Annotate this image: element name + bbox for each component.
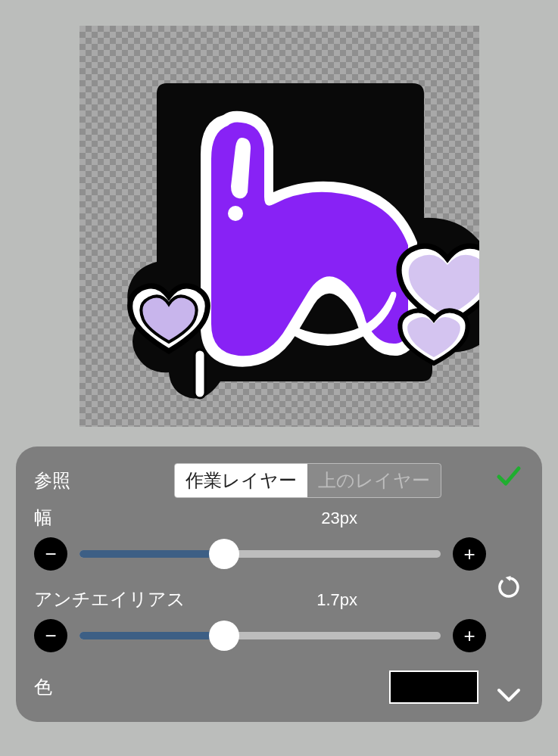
width-decrease-button[interactable]: − (34, 537, 67, 571)
artwork (79, 26, 479, 427)
confirm-icon[interactable] (496, 465, 522, 487)
reference-label: 参照 (34, 468, 174, 493)
color-swatch[interactable] (389, 670, 479, 704)
svg-rect-1 (195, 350, 205, 398)
svg-point-0 (228, 206, 243, 221)
width-value: 23px (321, 509, 357, 528)
chevron-down-icon[interactable] (496, 687, 522, 704)
antialias-label: アンチエイリアス (34, 587, 185, 611)
width-increase-button[interactable]: + (453, 537, 486, 571)
antialias-decrease-button[interactable]: − (34, 619, 67, 652)
outline-settings-panel: 参照 作業レイヤー 上のレイヤー 幅 23px − + アンチエイリアス 1.7… (16, 446, 542, 722)
canvas-preview[interactable] (79, 26, 479, 427)
width-label: 幅 (34, 506, 52, 530)
antialias-value: 1.7px (316, 590, 357, 610)
width-slider[interactable] (79, 550, 441, 558)
segment-above-layer[interactable]: 上のレイヤー (307, 464, 441, 497)
segment-working-layer[interactable]: 作業レイヤー (175, 464, 307, 497)
reference-segmented: 作業レイヤー 上のレイヤー (174, 463, 441, 498)
reset-icon[interactable] (497, 575, 521, 599)
antialias-slider[interactable] (79, 632, 441, 639)
color-label: 色 (34, 675, 52, 699)
antialias-increase-button[interactable]: + (453, 619, 486, 652)
